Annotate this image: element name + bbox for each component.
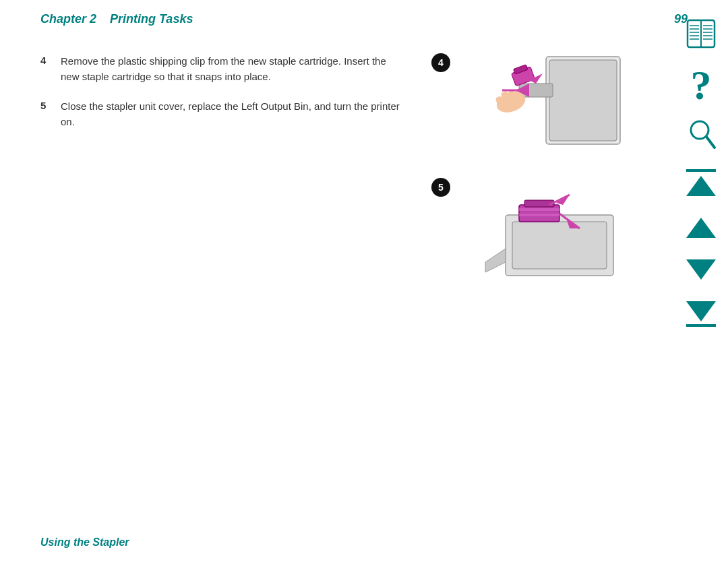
first-page-arrow bbox=[686, 176, 716, 196]
footer-label: Using the Stapler bbox=[40, 536, 129, 549]
main-content: 4 Remove the plastic shipping clip from … bbox=[0, 33, 728, 156]
step-5-item: 5 Close the stapler unit cover, replace … bbox=[40, 98, 404, 130]
chapter-label: Chapter 2 bbox=[40, 12, 96, 26]
illustration-section: 4 bbox=[431, 53, 688, 143]
svg-line-37 bbox=[706, 137, 715, 148]
svg-marker-15 bbox=[485, 249, 506, 272]
book-svg bbox=[684, 16, 719, 51]
top-bar bbox=[686, 169, 716, 172]
footer-text: Using the Stapler bbox=[40, 536, 129, 548]
next-page-arrow bbox=[686, 259, 716, 280]
prev-page-nav[interactable] bbox=[686, 215, 716, 241]
chapter-title: Printing Tasks bbox=[110, 12, 193, 26]
step-5-illustration bbox=[452, 168, 640, 289]
step-5-bullet: 5 bbox=[431, 178, 450, 197]
step-4-illustration bbox=[452, 43, 640, 164]
svg-rect-17 bbox=[524, 200, 554, 207]
help-icon[interactable]: ? bbox=[681, 59, 721, 110]
step-4-bullet: 4 bbox=[431, 53, 450, 72]
last-page-nav[interactable] bbox=[686, 299, 716, 328]
step-4-text: Remove the plastic shipping clip from th… bbox=[61, 53, 404, 85]
step-4-item: 4 Remove the plastic shipping clip from … bbox=[40, 53, 404, 85]
svg-rect-19 bbox=[519, 214, 559, 216]
book-icon[interactable] bbox=[681, 13, 721, 54]
svg-rect-1 bbox=[549, 60, 617, 141]
search-svg bbox=[685, 117, 717, 154]
next-page-nav[interactable] bbox=[686, 257, 716, 282]
sidebar: ? bbox=[674, 0, 728, 562]
search-icon[interactable] bbox=[681, 115, 721, 156]
svg-rect-18 bbox=[519, 208, 559, 211]
prev-page-arrow bbox=[686, 218, 716, 238]
svg-rect-14 bbox=[512, 222, 607, 269]
last-page-arrow bbox=[686, 301, 716, 321]
step-5-text: Close the stapler unit cover, replace th… bbox=[61, 98, 404, 130]
bottom-bar bbox=[686, 324, 716, 327]
step-4-number: 4 bbox=[40, 55, 61, 66]
text-section: 4 Remove the plastic shipping clip from … bbox=[40, 53, 431, 143]
first-page-nav[interactable] bbox=[686, 169, 716, 199]
svg-rect-16 bbox=[519, 205, 559, 222]
page-header: Chapter 2 Printing Tasks 99 bbox=[0, 0, 728, 33]
step-5-number: 5 bbox=[40, 100, 61, 111]
chapter-heading: Chapter 2 Printing Tasks bbox=[40, 12, 193, 26]
